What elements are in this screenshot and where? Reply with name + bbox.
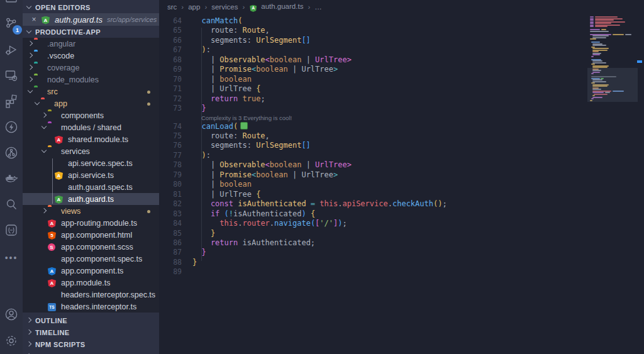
tree-item-label: headers.interceptor.ts [61, 302, 136, 311]
folder-icon [48, 147, 57, 155]
breadcrumb-item-app[interactable]: app [188, 3, 200, 11]
code-line-89: 89 [159, 267, 587, 277]
line-number: 89 [159, 267, 182, 277]
account-icon[interactable] [3, 306, 19, 323]
extensions-icon[interactable] [3, 93, 19, 109]
settings-gear-icon[interactable] [3, 333, 19, 349]
chevron-down-icon[interactable] [42, 125, 47, 130]
chevron-down-icon[interactable] [42, 149, 47, 154]
complexity-green-square [240, 122, 248, 130]
tree-file-app.component.scss[interactable]: Sapp.component.scss [23, 241, 159, 253]
open-editors-header[interactable]: OPEN EDITORS [23, 1, 159, 13]
explorer-project-header[interactable]: PRODUCTIVE-APP [23, 26, 159, 38]
folder-icon [34, 75, 43, 84]
breadcrumb-label: src [167, 3, 177, 11]
section-label: OUTLINE [35, 317, 67, 324]
angular-blue-shield-icon: A [48, 267, 57, 275]
line-number: 64 [159, 16, 182, 26]
chevron-down-icon[interactable] [28, 89, 33, 94]
tree-folder-.vscode[interactable]: .vscode [23, 50, 159, 62]
line-number: 66 [159, 36, 182, 45]
tree-file-app.component.ts[interactable]: Aapp.component.ts [23, 265, 159, 277]
tree-file-shared.module.ts[interactable]: Ashared.module.ts [23, 133, 159, 145]
tree-file-app.component.html[interactable]: 5app.component.html [23, 229, 159, 241]
code-content[interactable]: 64canMatch(65route: Route,66segments: Ur… [159, 16, 587, 277]
line-number: 69 [159, 65, 182, 74]
tree-item-label: .vscode [47, 52, 74, 60]
breadcrumb-item-[interactable]: … [314, 3, 322, 11]
minimap[interactable] [590, 16, 635, 268]
remote-explorer-icon[interactable] [3, 67, 19, 84]
tree-folder-app[interactable]: app [23, 97, 159, 109]
tree-file-app.component.spec.ts[interactable]: app.component.spec.ts [23, 253, 159, 265]
tree-folder-services[interactable]: services [23, 145, 159, 157]
search-icon[interactable] [3, 196, 19, 213]
tree-item-label: components [61, 111, 104, 120]
close-icon[interactable]: × [29, 15, 39, 24]
breadcrumb-label: … [314, 3, 322, 11]
breadcrumb-item-src[interactable]: src [167, 3, 177, 11]
project-title: PRODUCTIVE-APP [35, 28, 101, 36]
sidebar-section-rust-dependencies[interactable]: RUST DEPENDENCIES [23, 350, 159, 354]
window-icon[interactable] [3, 0, 19, 6]
thunder-client-icon[interactable] [3, 119, 19, 135]
tree-folder-.angular[interactable]: .angular [23, 38, 159, 50]
tree-folder-node-modules[interactable]: node_modules [23, 74, 159, 86]
debug-alt-icon[interactable] [3, 41, 19, 58]
section-label: TIMELINE [35, 329, 70, 336]
tree-folder-components[interactable]: components [23, 109, 159, 121]
sidebar-section-timeline[interactable]: TIMELINE [23, 326, 159, 338]
tree-file-app-routing.module.ts[interactable]: Aapp-routing.module.ts [23, 217, 159, 229]
source-control-graph-icon[interactable]: 1 [3, 16, 19, 32]
tree-file-api.service.spec.ts[interactable]: api.service.spec.ts [23, 157, 159, 169]
tree-file-api.service.ts[interactable]: Aapi.service.ts [23, 169, 159, 181]
line-number: 83 [159, 209, 182, 219]
more-views-icon[interactable]: ••• [3, 250, 19, 266]
folder-icon [41, 99, 50, 108]
sidebar-section-npm-scripts[interactable]: NPM SCRIPTS [23, 338, 159, 350]
scrollbar-marker [637, 60, 642, 63]
folder-icon [48, 111, 57, 119]
version-graph-icon[interactable] [3, 145, 19, 161]
tree-folder-coverage[interactable]: coverage [23, 62, 159, 74]
chevron-right-icon[interactable] [28, 65, 33, 70]
code-line-84: 84this.router.navigate(['/']); [159, 219, 587, 228]
minimap-viewport[interactable] [587, 68, 638, 102]
chevron-right-icon[interactable] [28, 41, 33, 47]
tree-file-headers.interceptor.spec.ts[interactable]: headers.interceptor.spec.ts [23, 289, 159, 301]
chevron-down-icon [26, 5, 31, 10]
tree-folder-views[interactable]: views [23, 205, 159, 217]
modified-dot-badge [147, 102, 150, 106]
sidebar-section-outline[interactable]: OUTLINE [23, 314, 159, 326]
tree-file-app.module.ts[interactable]: Aapp.module.ts [23, 277, 159, 289]
folder-icon [34, 64, 43, 72]
code-line-88: 88} [159, 258, 587, 267]
open-editor-item[interactable]: ×Aauth.guard.tssrc/app/services [23, 13, 159, 26]
line-number: 67 [159, 45, 182, 55]
codelens-complexity[interactable]: Complexity is 3 Everything is cool! [159, 114, 587, 122]
tree-file-auth.guard.ts[interactable]: Aauth.guard.ts [23, 193, 159, 205]
chevron-right-icon[interactable] [28, 77, 33, 82]
chevron-down-icon[interactable] [35, 101, 40, 106]
tree-folder-src[interactable]: src [23, 86, 159, 97]
angular-red-shield-icon: A [55, 135, 64, 143]
chevron-right-icon[interactable] [28, 53, 33, 58]
section-label: NPM SCRIPTS [35, 341, 86, 348]
file-tree: .angular.vscodecoveragenode_modulessrcap… [23, 38, 159, 313]
code-line-87: 87} [159, 248, 587, 257]
docker-icon[interactable] [3, 170, 19, 187]
chevron-right-icon[interactable] [42, 113, 47, 118]
html5-icon: 5 [48, 231, 57, 239]
chevron-right-icon [26, 342, 31, 347]
tree-file-headers.interceptor.ts[interactable]: TSheaders.interceptor.ts [23, 301, 159, 313]
tree-item-label: auth.guard.spec.ts [68, 183, 133, 192]
breadcrumb-item-services[interactable]: services [211, 3, 238, 11]
chevron-right-icon[interactable] [42, 209, 47, 214]
line-number: 75 [159, 131, 182, 141]
activity-bar: 1••• [0, 0, 23, 354]
tree-file-auth.guard.spec.ts[interactable]: auth.guard.spec.ts [23, 181, 159, 193]
breadcrumb-item-auth.guard.ts[interactable]: Aauth.guard.ts [249, 3, 303, 12]
line-number: 68 [159, 55, 182, 65]
tree-folder-modules-shared[interactable]: modules / shared [23, 121, 159, 133]
postgres-icon[interactable] [3, 222, 19, 238]
